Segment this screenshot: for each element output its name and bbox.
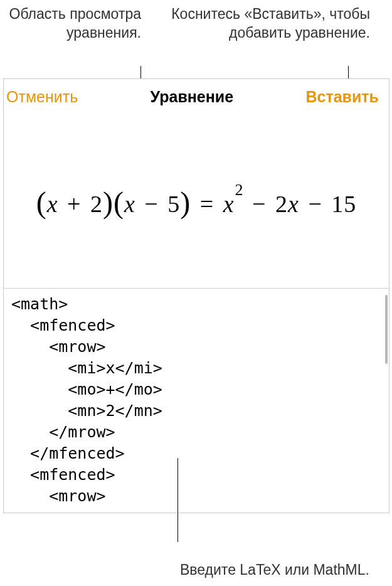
code-line: <mrow> [11,487,106,505]
equation-preview: (x + 2)(x − 5) = x2 − 2x − 15 [4,115,389,288]
insert-button[interactable]: Вставить [306,88,379,106]
callout-preview-text: Область просмотра уравнения. [9,6,141,41]
op-minus: − [135,191,167,217]
cancel-button[interactable]: Отменить [6,88,78,106]
num: 5 [167,191,180,217]
code-line: </mfenced> [11,444,125,462]
superscript: 2 [235,181,244,199]
code-line: </mrow> [11,423,115,441]
var-x: x [124,191,135,217]
code-line: <mn>2</mn> [11,402,162,420]
code-line: <math> [11,295,68,313]
code-editor[interactable]: <math> <mfenced> <mrow> <mi>x</mi> <mo>+… [4,288,389,513]
num: 2 [90,191,103,217]
paren-open: ( [36,186,47,219]
equation-rendered: (x + 2)(x − 5) = x2 − 2x − 15 [36,184,357,219]
op-minus: − [243,191,275,217]
op-equals: = [191,191,223,217]
code-line: <mfenced> [11,316,115,334]
code-line: <mfenced> [11,466,115,484]
callout-input: Введите LaTeX или MathML. [180,561,374,580]
var-x: x [47,191,58,217]
callout-line [177,458,178,542]
callout-preview: Область просмотра уравнения. [0,5,141,43]
equation-dialog: Отменить Уравнение Вставить (x + 2)(x − … [3,78,389,513]
op-minus: − [299,191,331,217]
paren-open: ( [114,186,124,219]
scrollbar[interactable] [385,295,388,364]
paren-close: ) [103,186,114,219]
code-line: <mo>+</mo> [11,380,162,398]
callout-insert: Коснитесь «Вставить», чтобы добавить ура… [151,5,370,43]
var-x: x [223,191,235,217]
num: 2 [275,191,288,217]
num: 15 [331,191,356,217]
callout-input-text: Введите LaTeX или MathML. [180,562,369,578]
op-plus: + [58,191,90,217]
callout-insert-text: Коснитесь «Вставить», чтобы добавить ура… [171,6,370,41]
code-line: <mi>x</mi> [11,359,162,377]
dialog-header: Отменить Уравнение Вставить [4,79,389,115]
paren-close: ) [180,186,191,219]
dialog-title: Уравнение [151,88,234,106]
code-line: <mrow> [11,338,106,356]
callout-line [348,66,349,78]
var-x: x [288,191,299,217]
